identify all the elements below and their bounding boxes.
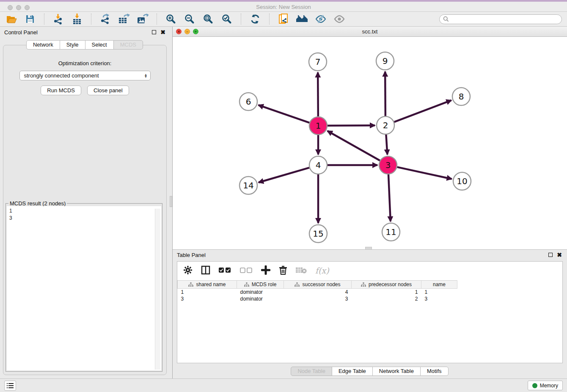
- column-header-mcds-role[interactable]: MCDS role: [237, 281, 284, 289]
- control-panel-title: Control Panel: [4, 29, 38, 36]
- network-window-title: scc.txt: [173, 28, 567, 35]
- column-header-name[interactable]: name: [421, 281, 457, 289]
- main-toolbar: [0, 12, 567, 27]
- status-bar: Memory: [0, 378, 567, 392]
- horizontal-splitter-handle[interactable]: [365, 247, 372, 250]
- tab-style[interactable]: Style: [60, 40, 85, 50]
- network-canvas[interactable]: 7968124314101511: [173, 37, 567, 249]
- network-maximize-button[interactable]: +: [193, 29, 198, 34]
- close-panel-icon[interactable]: ✖: [160, 30, 165, 34]
- zoom-selected-icon[interactable]: [220, 13, 233, 25]
- function-builder-icon[interactable]: f(x): [315, 266, 329, 275]
- mcds-panel: Optimization criterion: strongly connect…: [3, 45, 167, 375]
- column-header-predecessor-nodes[interactable]: predecessor nodes: [352, 281, 421, 289]
- tab-network-table[interactable]: Network Table: [372, 367, 421, 376]
- gear-icon[interactable]: [183, 265, 193, 276]
- graph-node-label-6: 6: [246, 97, 251, 107]
- network-document-icon[interactable]: [277, 13, 290, 25]
- tab-mcds[interactable]: MCDS: [113, 40, 143, 50]
- table-toolbar: f(x): [177, 262, 562, 279]
- graph-edge-3-10[interactable]: [397, 167, 451, 179]
- network-close-button[interactable]: ✕: [176, 29, 182, 34]
- search-icon: [443, 16, 449, 22]
- tab-node-table[interactable]: Node Table: [291, 367, 332, 376]
- criterion-dropdown[interactable]: strongly connected component ▲▼: [19, 71, 151, 80]
- network-window-titlebar[interactable]: scc.txt ✕ − +: [173, 27, 567, 37]
- delete-column-icon[interactable]: [279, 265, 287, 276]
- import-table-icon[interactable]: [71, 13, 83, 25]
- add-column-icon[interactable]: [261, 265, 270, 276]
- table-row[interactable]: 3 dominator 3 2 3: [178, 295, 457, 302]
- open-folder-icon[interactable]: [5, 13, 18, 25]
- dropdown-stepper-icon: ▲▼: [144, 74, 148, 78]
- graph-node-label-4: 4: [316, 160, 321, 170]
- tab-network[interactable]: Network: [26, 40, 60, 50]
- export-image-icon[interactable]: [136, 13, 149, 25]
- result-line: 1: [9, 207, 161, 215]
- export-table-icon[interactable]: [118, 13, 130, 25]
- toolbar-separator: [269, 14, 270, 25]
- table-panel: Table Panel ✖: [173, 250, 567, 378]
- tab-select[interactable]: Select: [85, 40, 114, 50]
- hide-eye-icon[interactable]: [314, 13, 327, 25]
- delete-table-icon[interactable]: [296, 266, 307, 275]
- table-container: f(x) shared name MCDS role successor nod…: [177, 261, 563, 363]
- graph-edge-3-1[interactable]: [328, 131, 380, 160]
- float-table-panel-icon[interactable]: [548, 253, 553, 257]
- network-minimize-button[interactable]: −: [184, 29, 190, 34]
- optimization-criterion-label: Optimization criterion:: [3, 60, 166, 66]
- table-tabs: Node Table Edge Table Network Table Moti…: [173, 367, 567, 376]
- graph-edge-1-6[interactable]: [259, 105, 310, 123]
- graph-node-label-2: 2: [383, 120, 388, 130]
- tree-icon: [244, 282, 249, 287]
- graph-edge-3-11[interactable]: [388, 174, 391, 221]
- tab-edge-table[interactable]: Edge Table: [332, 367, 373, 376]
- column-header-shared-name[interactable]: shared name: [178, 281, 237, 289]
- graph-node-label-8: 8: [459, 91, 464, 102]
- graph-edge-4-14[interactable]: [259, 168, 309, 182]
- result-line: 3: [9, 215, 161, 222]
- graph-node-label-10: 10: [457, 176, 467, 186]
- result-scrollbar[interactable]: [155, 209, 160, 370]
- graph-edge-2-9[interactable]: [385, 72, 385, 116]
- toolbar-separator: [241, 14, 241, 25]
- float-panel-icon[interactable]: [152, 30, 156, 34]
- tree-icon: [188, 282, 193, 287]
- zoom-fit-icon[interactable]: [202, 13, 215, 25]
- select-all-icon[interactable]: [219, 267, 231, 274]
- graph-edge-1-7[interactable]: [318, 72, 318, 116]
- criterion-value: strongly connected component: [24, 72, 99, 79]
- tree-icon: [361, 282, 366, 287]
- task-history-button[interactable]: [4, 381, 16, 391]
- save-icon[interactable]: [24, 13, 36, 25]
- unselect-all-icon[interactable]: [240, 267, 253, 274]
- close-table-panel-icon[interactable]: ✖: [557, 253, 562, 257]
- tab-motifs[interactable]: Motifs: [420, 367, 449, 376]
- zoom-out-icon[interactable]: [183, 13, 196, 25]
- home-layouts-icon[interactable]: [296, 13, 308, 25]
- graph-edge-2-3[interactable]: [386, 135, 387, 155]
- memory-label: Memory: [540, 383, 558, 389]
- search-box[interactable]: [439, 14, 562, 24]
- close-panel-button[interactable]: Close panel: [87, 86, 129, 95]
- mcds-result-list[interactable]: 1 3: [7, 206, 161, 370]
- control-panel-tabs: Network Style Select MCDS: [0, 40, 170, 50]
- refresh-icon[interactable]: [249, 13, 261, 25]
- column-select-icon[interactable]: [201, 265, 210, 276]
- run-mcds-button[interactable]: Run MCDS: [41, 86, 81, 95]
- export-network-icon[interactable]: [99, 13, 112, 25]
- vertical-splitter[interactable]: [170, 27, 173, 378]
- memory-button[interactable]: Memory: [528, 381, 563, 390]
- splitter-handle[interactable]: [170, 196, 172, 207]
- app-titlebar: Session: New Session: [0, 0, 567, 12]
- table-row[interactable]: 1 dominator 4 1 1: [178, 289, 457, 295]
- search-input[interactable]: [451, 16, 558, 22]
- zoom-in-icon[interactable]: [165, 13, 177, 25]
- app-title: Session: New Session: [0, 4, 567, 10]
- graph-edge-1-2[interactable]: [328, 125, 375, 126]
- show-eye-icon[interactable]: [333, 13, 346, 25]
- import-network-icon[interactable]: [52, 13, 65, 25]
- graph-edge-2-8[interactable]: [394, 100, 451, 122]
- graph-node-label-11: 11: [385, 227, 396, 237]
- column-header-successor-nodes[interactable]: successor nodes: [284, 281, 352, 289]
